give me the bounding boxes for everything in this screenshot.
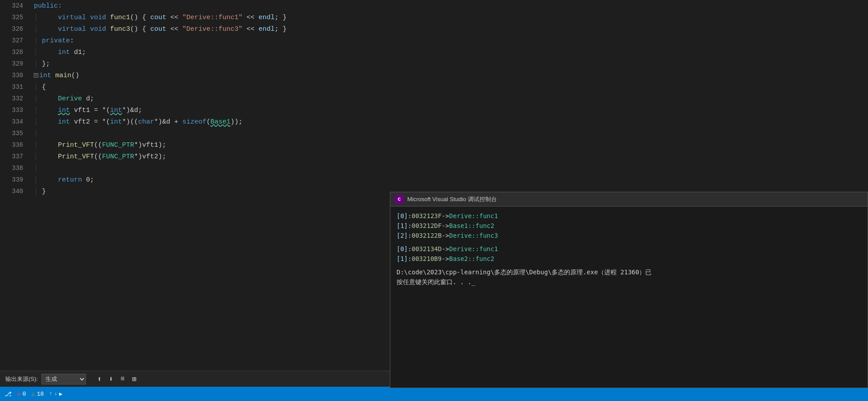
line-number: 324	[0, 0, 30, 12]
line-number: 331	[0, 81, 30, 93]
table-row: 327│ private:	[0, 35, 868, 46]
line-number: 329	[0, 58, 30, 70]
list-item	[397, 240, 861, 244]
branch-icon: ⎇	[4, 390, 12, 398]
output-list-icon[interactable]: ≡	[118, 375, 127, 384]
line-content: │	[30, 128, 868, 140]
output-grid-icon[interactable]: ⊞	[130, 375, 139, 384]
line-number: 325	[0, 12, 30, 23]
output-source-select[interactable]: 生成	[41, 374, 86, 384]
line-content: │ {	[30, 82, 868, 93]
line-content: public:	[30, 0, 868, 12]
line-number: 328	[0, 46, 30, 58]
output-up-icon[interactable]: ⬆	[95, 375, 104, 384]
collapse-icon[interactable]: ⊟	[34, 73, 38, 78]
table-row: 336│ Print_VFT((FUNC_PTR*)vft1);	[0, 139, 868, 151]
line-number: 327	[0, 35, 30, 46]
vs-icon: C	[395, 195, 404, 204]
line-number: 333	[0, 104, 30, 116]
line-content: │ virtual void func1() { cout << "Derive…	[30, 12, 868, 24]
list-item: [0]:0032123F->Derive::func1	[397, 211, 861, 221]
error-count: ✕ 0	[17, 390, 26, 398]
line-content: │ Print_VFT((FUNC_PTR*)vft2);	[30, 151, 868, 163]
line-content: │ virtual void func3() { cout << "Derive…	[30, 24, 868, 35]
debug-console-title: Microsoft Visual Studio 调试控制台	[407, 195, 497, 203]
table-row: 334│ int vft2 = *(int*)((char*)&d + size…	[0, 116, 868, 128]
line-number: 336	[0, 139, 30, 151]
table-row: 338│	[0, 162, 868, 174]
line-number: 332	[0, 93, 30, 104]
line-number: 339	[0, 174, 30, 186]
table-row: 331│ {	[0, 81, 868, 93]
line-number: 335	[0, 128, 30, 139]
nav-arrows[interactable]: ↑ ↓ ▶	[49, 391, 62, 397]
warning-count: ⚠ 18	[31, 390, 44, 398]
warning-icon: ⚠	[31, 390, 35, 398]
output-source-label: 输出来源(S):	[5, 375, 38, 383]
line-number: 334	[0, 116, 30, 128]
line-content: │	[30, 163, 868, 174]
line-content: │ int vft2 = *(int*)((char*)&d + sizeof(…	[30, 116, 868, 128]
list-item	[397, 264, 861, 267]
status-bar: ⎇ ✕ 0 ⚠ 18 ↑ ↓ ▶	[0, 387, 868, 401]
debug-console-body: [0]:0032123F->Derive::func1[1]:003212DF-…	[390, 207, 868, 388]
line-content: │ int vft1 = *(int*)&d;	[30, 105, 868, 116]
up-arrow[interactable]: ↑	[49, 391, 52, 397]
list-item: 按任意键关闭此窗口. . ._	[397, 277, 861, 287]
table-row: 324public:	[0, 0, 868, 12]
down-arrow[interactable]: ↓	[54, 391, 57, 397]
table-row: 325│ virtual void func1() { cout << "Der…	[0, 12, 868, 23]
line-content: │ private:	[30, 35, 868, 47]
table-row: 326│ virtual void func3() { cout << "Der…	[0, 23, 868, 35]
table-row: 330⊟int main()	[0, 70, 868, 81]
line-number: 337	[0, 151, 30, 162]
line-number: 326	[0, 23, 30, 35]
line-number: 340	[0, 186, 30, 197]
table-row: 329│ };	[0, 58, 868, 70]
table-row: 333│ int vft1 = *(int*)&d;	[0, 104, 868, 116]
code-lines: 324public:325│ virtual void func1() { co…	[0, 0, 868, 197]
list-item: [1]:003212DF->Base1::func2	[397, 221, 861, 231]
list-item: [2]:0032122B->Derive::func3	[397, 231, 861, 240]
debug-console-window: C Microsoft Visual Studio 调试控制台 [0]:0032…	[390, 192, 868, 388]
right-arrow[interactable]: ▶	[59, 391, 62, 397]
line-content: │ Print_VFT((FUNC_PTR*)vft1);	[30, 140, 868, 151]
table-row: 332│ Derive d;	[0, 93, 868, 104]
table-row: 335│	[0, 128, 868, 139]
line-number: 330	[0, 70, 30, 81]
list-item: D:\code\2023\cpp-learning\多态的原理\Debug\多态…	[397, 267, 861, 277]
line-content: │ };	[30, 58, 868, 70]
debug-console-header: C Microsoft Visual Studio 调试控制台	[390, 192, 868, 207]
table-row: 328│ int d1;	[0, 46, 868, 58]
line-content: │ return 0;	[30, 174, 868, 186]
list-item: [0]:0032134D->Derive::func1	[397, 244, 861, 254]
line-content: ⊟int main()	[30, 70, 868, 82]
table-row: 339│ return 0;	[0, 174, 868, 186]
table-row: 337│ Print_VFT((FUNC_PTR*)vft2);	[0, 151, 868, 162]
list-item: [1]:003210B9->Base2::func2	[397, 254, 861, 264]
error-icon: ✕	[17, 390, 20, 398]
line-content: │ Derive d;	[30, 93, 868, 105]
line-number: 338	[0, 162, 30, 174]
output-down-icon[interactable]: ⬇	[106, 375, 115, 384]
line-content: │ int d1;	[30, 47, 868, 58]
